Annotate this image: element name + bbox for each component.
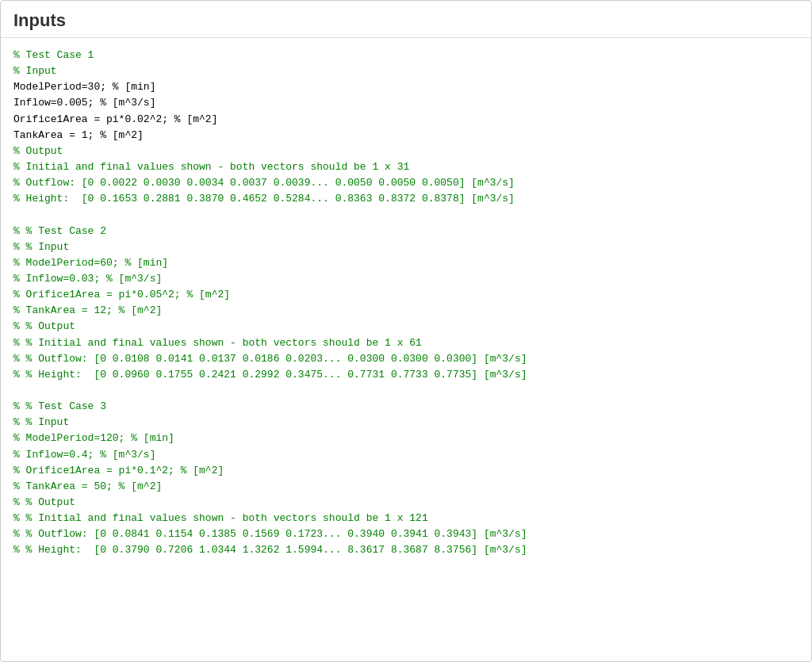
page-header: Inputs <box>1 1 811 38</box>
code-line: % % Initial and final values shown - bot… <box>13 335 799 351</box>
code-line: % % Input <box>13 239 799 255</box>
page-container: Inputs % Test Case 1% InputModelPeriod=3… <box>0 0 812 662</box>
code-area: % Test Case 1% InputModelPeriod=30; % [m… <box>1 38 811 568</box>
code-line: % % Height: [0 0.3790 0.7206 1.0344 1.32… <box>13 542 799 558</box>
page-title: Inputs <box>13 10 799 31</box>
code-line: % Output <box>13 143 799 159</box>
code-line: ModelPeriod=30; % [min] <box>13 79 799 95</box>
code-line: Orifice1Area = pi*0.02^2; % [m^2] <box>13 112 799 128</box>
code-line: % Outflow: [0 0.0022 0.0030 0.0034 0.003… <box>13 175 799 191</box>
code-line: TankArea = 1; % [m^2] <box>13 128 799 143</box>
code-line: % Inflow=0.03; % [m^3/s] <box>13 271 799 287</box>
code-line: % % Initial and final values shown - bot… <box>13 511 799 526</box>
code-line: % % Outflow: [0 0.0108 0.0141 0.0137 0.0… <box>13 351 799 367</box>
code-line: % ModelPeriod=60; % [min] <box>13 255 799 271</box>
code-line: % Test Case 1 <box>13 48 799 63</box>
code-line: % Height: [0 0.1653 0.2881 0.3870 0.4652… <box>13 191 799 207</box>
code-line <box>13 207 799 223</box>
code-line: % % Output <box>13 495 799 511</box>
code-line: % % Output <box>13 319 799 335</box>
code-line: % TankArea = 12; % [m^2] <box>13 303 799 319</box>
code-line: % TankArea = 50; % [m^2] <box>13 479 799 495</box>
code-line: % Initial and final values shown - both … <box>13 159 799 175</box>
code-line: % % Input <box>13 415 799 430</box>
code-line: % Input <box>13 63 799 79</box>
code-line <box>13 383 799 399</box>
code-line: % % Test Case 2 <box>13 224 799 239</box>
code-line: % % Height: [0 0.0960 0.1755 0.2421 0.29… <box>13 367 799 383</box>
code-line: % Inflow=0.4; % [m^3/s] <box>13 447 799 463</box>
code-line: Inflow=0.005; % [m^3/s] <box>13 95 799 111</box>
code-line: % Orifice1Area = pi*0.1^2; % [m^2] <box>13 463 799 479</box>
code-line: % ModelPeriod=120; % [min] <box>13 430 799 446</box>
code-line: % Orifice1Area = pi*0.05^2; % [m^2] <box>13 287 799 303</box>
code-line: % % Test Case 3 <box>13 399 799 415</box>
code-line: % % Outflow: [0 0.0841 0.1154 0.1385 0.1… <box>13 526 799 542</box>
